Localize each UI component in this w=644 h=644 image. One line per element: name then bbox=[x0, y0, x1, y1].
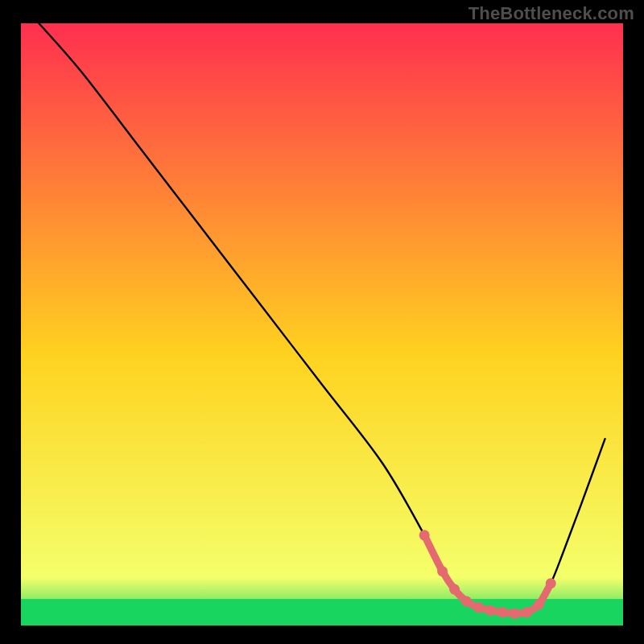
chart-stage: TheBottleneck.com bbox=[0, 0, 644, 644]
highlight-dot bbox=[534, 599, 544, 609]
highlight-dot bbox=[485, 605, 496, 616]
highlight-dot bbox=[449, 584, 460, 595]
highlight-dot bbox=[522, 607, 532, 617]
highlight-dot bbox=[461, 597, 472, 607]
highlight-dot bbox=[497, 607, 508, 617]
plot-background bbox=[21, 23, 623, 625]
highlight-dot bbox=[419, 530, 430, 540]
highlight-dot bbox=[546, 578, 556, 588]
bottleneck-chart bbox=[0, 0, 644, 644]
highlight-dot bbox=[510, 609, 520, 619]
highlight-dot bbox=[473, 602, 484, 613]
highlight-dot bbox=[437, 566, 448, 576]
